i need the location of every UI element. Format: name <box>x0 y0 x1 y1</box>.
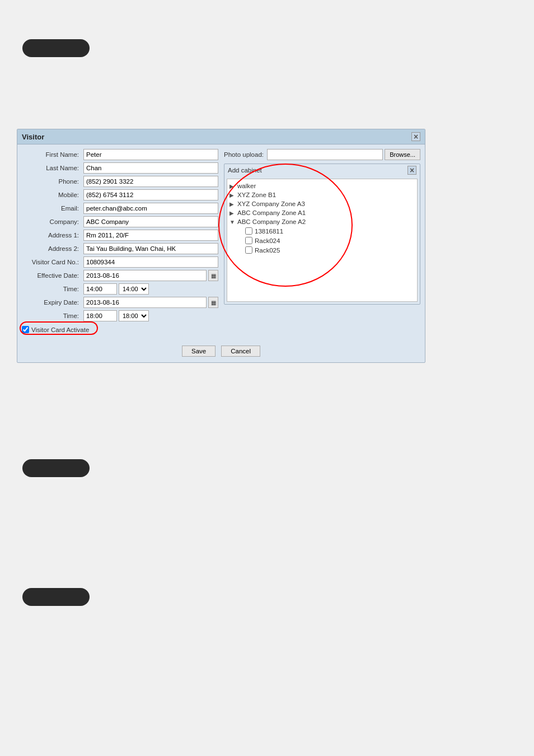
effective-date-input[interactable] <box>83 270 207 281</box>
dialog-close-button[interactable]: × <box>411 132 420 141</box>
effective-date-group: ▦ <box>83 270 218 281</box>
visitor-card-no-input[interactable] <box>83 256 218 268</box>
add-cabinet-dialog: Add cabinet × ▶ walker ▶ XYZ Zone B1 <box>224 164 420 305</box>
add-cabinet-label: Add cabinet <box>228 167 262 174</box>
first-name-input[interactable] <box>83 149 218 160</box>
company-label: Company: <box>22 218 83 225</box>
visitor-card-no-label: Visitor Card No.: <box>22 259 83 265</box>
last-name-row: Last Name: <box>22 162 218 174</box>
expiry-date-input[interactable] <box>83 297 207 308</box>
tree-label-abc-zone-a1[interactable]: ABC Company Zone A1 <box>237 209 306 216</box>
time2-row: Time: 18:00 <box>22 310 218 321</box>
expiry-date-row: Expiry Date: ▦ <box>22 297 218 308</box>
photo-upload-label: Photo upload: <box>224 151 264 158</box>
tree-item-xyz-zone-a3[interactable]: ▶ XYZ Company Zone A3 <box>229 199 415 208</box>
dialog-footer: Save Cancel <box>17 340 425 362</box>
last-name-input[interactable] <box>83 162 218 174</box>
mobile-row: Mobile: <box>22 189 218 200</box>
dialog-overlay: Visitor × First Name: Last Name: Phone: <box>17 129 425 363</box>
address2-row: Address 2: <box>22 243 218 254</box>
email-input[interactable] <box>83 203 218 214</box>
address1-label: Address 1: <box>22 232 83 239</box>
time1-label: Time: <box>22 286 83 292</box>
expiry-date-label: Expiry Date: <box>22 299 83 306</box>
time2-group: 18:00 <box>83 310 218 321</box>
visitor-card-no-row: Visitor Card No.: <box>22 256 218 268</box>
phone-input[interactable] <box>83 176 218 187</box>
first-name-row: First Name: <box>22 149 218 160</box>
tree-children-abc-zone-a2: 13816811 Rack024 Rack025 <box>237 226 415 255</box>
address2-input[interactable] <box>83 243 218 254</box>
time1-row: Time: 14:00 <box>22 283 218 295</box>
left-panel: First Name: Last Name: Phone: Mobile: Em <box>22 149 218 335</box>
label-13816811: 13816811 <box>255 228 283 235</box>
checkbox-13816811[interactable] <box>245 227 252 235</box>
checkbox-rack024[interactable] <box>245 237 252 244</box>
dialog-title-bar: Visitor × <box>17 129 425 144</box>
cancel-button[interactable]: Cancel <box>221 346 260 357</box>
address1-input[interactable] <box>83 230 218 241</box>
tree-label-xyz-zone-b1[interactable]: XYZ Zone B1 <box>237 192 276 198</box>
phone-row: Phone: <box>22 176 218 187</box>
company-row: Company: <box>22 216 218 227</box>
email-label: Email: <box>22 205 83 212</box>
email-row: Email: <box>22 203 218 214</box>
mid-pill <box>22 459 90 477</box>
checkbox-rack025[interactable] <box>245 246 252 254</box>
expiry-date-group: ▦ <box>83 297 218 308</box>
time2-label: Time: <box>22 312 83 319</box>
time1-select[interactable]: 14:00 <box>119 283 149 295</box>
visitor-card-activate-label: Visitor Card Activate <box>31 326 89 333</box>
company-input[interactable] <box>83 216 218 227</box>
address1-row: Address 1: <box>22 230 218 241</box>
bot-pill <box>22 588 90 606</box>
first-name-label: First Name: <box>22 151 83 158</box>
tree-arrow-abc-zone-a1: ▶ <box>229 210 237 216</box>
effective-date-calendar-button[interactable]: ▦ <box>208 270 218 281</box>
label-rack024: Rack024 <box>255 237 280 244</box>
visitor-card-activate-row: Visitor Card Activate <box>22 326 89 333</box>
dialog-title: Visitor <box>22 133 44 141</box>
right-panel: Photo upload: Browse... Add cabinet × ▶ <box>224 149 420 335</box>
add-cabinet-close-button[interactable]: × <box>407 166 416 175</box>
tree-label-abc-zone-a2[interactable]: ABC Company Zone A2 <box>237 218 306 225</box>
address2-label: Address 2: <box>22 245 83 252</box>
mobile-label: Mobile: <box>22 192 83 198</box>
time1-group: 14:00 <box>83 283 218 295</box>
tree-item-xyz-zone-b1[interactable]: ▶ XYZ Zone B1 <box>229 190 415 199</box>
browse-button[interactable]: Browse... <box>385 149 420 160</box>
tree-arrow-xyz-zone-b1: ▶ <box>229 192 237 198</box>
time2-select[interactable]: 18:00 <box>119 310 149 321</box>
tree-item-rack024: Rack024 <box>245 236 415 245</box>
tree-item-abc-zone-a2[interactable]: ▼ ABC Company Zone A2 <box>229 217 415 226</box>
last-name-label: Last Name: <box>22 165 83 171</box>
tree-label-walker[interactable]: walker <box>237 183 256 189</box>
tree-label-xyz-zone-a3[interactable]: XYZ Company Zone A3 <box>237 200 305 207</box>
photo-upload-row: Photo upload: Browse... <box>224 149 420 160</box>
mobile-input[interactable] <box>83 189 218 200</box>
tree-item-walker[interactable]: ▶ walker <box>229 181 415 190</box>
tree-item-rack025: Rack025 <box>245 245 415 255</box>
effective-date-row: Effective Date: ▦ <box>22 270 218 281</box>
tree-item-abc-zone-a1[interactable]: ▶ ABC Company Zone A1 <box>229 208 415 217</box>
save-button[interactable]: Save <box>182 346 216 357</box>
time1-input[interactable] <box>83 283 117 295</box>
tree-arrow-abc-zone-a2: ▼ <box>229 219 237 225</box>
add-cabinet-title-bar: Add cabinet × <box>224 164 420 176</box>
visitor-dialog: Visitor × First Name: Last Name: Phone: <box>17 129 425 363</box>
visitor-card-activate-checkbox[interactable] <box>22 326 29 333</box>
effective-date-label: Effective Date: <box>22 272 83 279</box>
add-cabinet-tree: ▶ walker ▶ XYZ Zone B1 ▶ XYZ Company Zon… <box>227 179 418 302</box>
tree-arrow-xyz-zone-a3: ▶ <box>229 201 237 207</box>
tree-arrow-walker: ▶ <box>229 183 237 189</box>
time2-input[interactable] <box>83 310 117 321</box>
tree-item-13816811: 13816811 <box>245 226 415 236</box>
expiry-date-calendar-button[interactable]: ▦ <box>208 297 218 308</box>
top-pill <box>22 39 90 57</box>
label-rack025: Rack025 <box>255 247 280 254</box>
phone-label: Phone: <box>22 178 83 185</box>
photo-upload-input[interactable] <box>267 149 383 160</box>
dialog-body: First Name: Last Name: Phone: Mobile: Em <box>17 144 425 340</box>
